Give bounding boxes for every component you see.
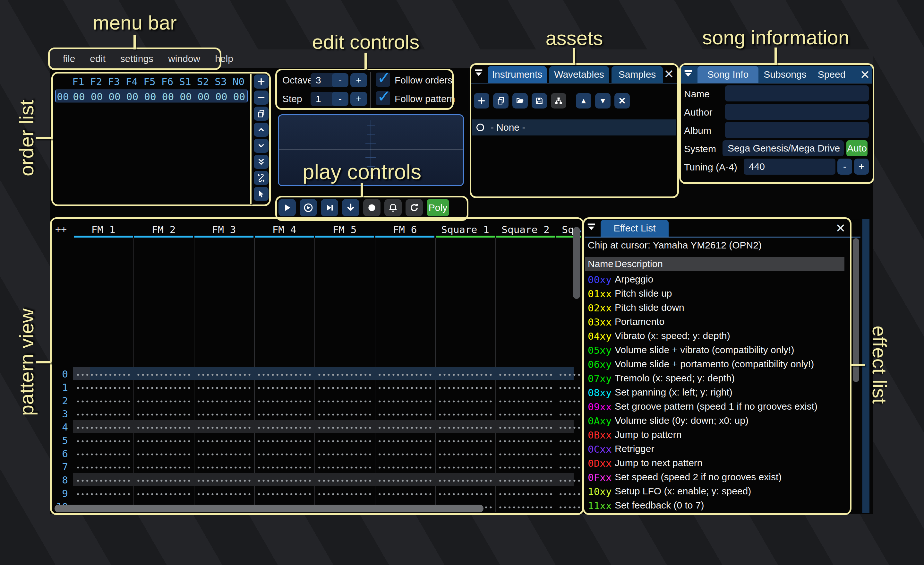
empty-pattern-cell[interactable] <box>498 440 553 442</box>
order-cell[interactable]: 00 <box>143 91 157 102</box>
empty-pattern-cell[interactable] <box>76 493 131 495</box>
channel-header-fm-5[interactable]: FM 5 <box>314 224 375 235</box>
empty-pattern-cell[interactable] <box>256 374 312 376</box>
empty-pattern-cell[interactable] <box>498 493 553 495</box>
effect-row[interactable]: 08xySet panning (x: left; y: right) <box>585 385 844 399</box>
asset-plus-button[interactable] <box>474 93 489 108</box>
empty-pattern-cell[interactable] <box>558 427 581 429</box>
empty-pattern-cell[interactable] <box>136 466 191 469</box>
menu-item-settings[interactable]: settings <box>120 53 153 64</box>
empty-pattern-cell[interactable] <box>196 453 252 455</box>
empty-pattern-cell[interactable] <box>438 453 493 455</box>
empty-pattern-cell[interactable] <box>438 479 493 482</box>
order-chevron-down-button[interactable] <box>254 139 268 153</box>
menu-item-help[interactable]: help <box>215 53 233 64</box>
effect-row[interactable]: 00xyArpeggio <box>585 272 844 286</box>
empty-pattern-cell[interactable] <box>256 493 312 495</box>
tab-subsongs[interactable]: Subsongs <box>761 66 809 83</box>
empty-pattern-cell[interactable] <box>438 387 493 389</box>
effect-row[interactable]: 0BxxJump to pattern <box>585 428 844 442</box>
empty-pattern-cell[interactable] <box>256 387 312 389</box>
empty-pattern-cell[interactable] <box>498 374 553 376</box>
expand-pattern-button[interactable]: ++ <box>55 224 67 235</box>
empty-pattern-cell[interactable] <box>558 453 581 455</box>
order-chevrons-down-button[interactable] <box>254 155 268 169</box>
empty-pattern-cell[interactable] <box>256 400 312 403</box>
empty-pattern-cell[interactable] <box>76 374 131 376</box>
empty-pattern-cell[interactable] <box>76 466 131 469</box>
author-field[interactable] <box>725 104 869 120</box>
empty-pattern-cell[interactable] <box>558 466 581 469</box>
empty-pattern-cell[interactable] <box>377 440 432 442</box>
order-duplicate-button[interactable] <box>254 107 268 121</box>
poly-toggle-button[interactable]: Poly <box>427 199 449 216</box>
empty-pattern-cell[interactable] <box>136 400 191 403</box>
effect-row[interactable]: 11xxSet feedback (0 to 7) <box>585 498 844 512</box>
auto-system-button[interactable]: Auto <box>846 140 867 156</box>
pattern-horizontal-scrollbar[interactable] <box>54 505 483 512</box>
empty-pattern-cell[interactable] <box>558 440 581 442</box>
effect-row[interactable]: 0FxxSet speed (speed 2 if no grooves exi… <box>585 470 844 484</box>
empty-pattern-cell[interactable] <box>377 479 432 482</box>
metronome-bell-button[interactable] <box>384 199 402 216</box>
name-field[interactable] <box>725 86 869 101</box>
empty-pattern-cell[interactable] <box>498 413 553 416</box>
channel-header-fm-3[interactable]: FM 3 <box>194 224 254 235</box>
follow-orders-checkbox[interactable]: ✓ <box>376 72 390 87</box>
record-button[interactable] <box>363 199 381 216</box>
empty-pattern-cell[interactable] <box>136 413 191 416</box>
empty-pattern-cell[interactable] <box>256 413 312 416</box>
tab-speed[interactable]: Speed <box>812 66 851 83</box>
channel-header-square-1[interactable]: Square 1 <box>435 224 495 235</box>
order-cell[interactable]: 00 <box>232 91 246 102</box>
order-cell[interactable]: 00 <box>179 91 193 102</box>
empty-pattern-cell[interactable] <box>196 466 252 469</box>
effect-row[interactable]: 0CxxRetrigger <box>585 442 844 456</box>
step-increment-button[interactable]: + <box>350 92 367 106</box>
order-pointer-button[interactable] <box>254 187 268 201</box>
empty-pattern-cell[interactable] <box>317 427 372 429</box>
tab-wavetables[interactable]: Wavetables <box>549 66 609 83</box>
menu-item-file[interactable]: file <box>63 53 75 64</box>
order-chevron-up-button[interactable] <box>254 123 268 137</box>
empty-pattern-cell[interactable] <box>438 413 493 416</box>
close-icon[interactable]: ✕ <box>664 68 674 80</box>
empty-pattern-cell[interactable] <box>76 453 131 455</box>
empty-pattern-cell[interactable] <box>498 387 553 389</box>
order-cell[interactable]: 00 <box>214 91 228 102</box>
album-field[interactable] <box>725 122 869 138</box>
empty-pattern-cell[interactable] <box>558 506 581 508</box>
empty-pattern-cell[interactable] <box>377 427 432 429</box>
empty-pattern-cell[interactable] <box>377 374 432 376</box>
order-plus-button[interactable] <box>254 75 268 89</box>
empty-pattern-cell[interactable] <box>317 440 372 442</box>
step-decrement-button[interactable]: - <box>332 92 348 106</box>
channel-header-square-2[interactable]: Square 2 <box>495 224 556 235</box>
empty-pattern-cell[interactable] <box>196 427 252 429</box>
empty-pattern-cell[interactable] <box>377 413 432 416</box>
empty-pattern-cell[interactable] <box>317 493 372 495</box>
empty-pattern-cell[interactable] <box>498 506 553 508</box>
empty-pattern-cell[interactable] <box>377 493 432 495</box>
effect-row[interactable]: 02xxPitch slide down <box>585 301 844 315</box>
tuning-increment-button[interactable]: + <box>854 159 869 174</box>
menu-item-window[interactable]: window <box>168 53 200 64</box>
collapse-panel-icon[interactable] <box>474 68 486 80</box>
empty-pattern-cell[interactable] <box>136 374 191 376</box>
octave-decrement-button[interactable]: - <box>332 73 348 87</box>
asset-save-button[interactable] <box>532 93 547 108</box>
empty-pattern-cell[interactable] <box>558 493 581 495</box>
empty-pattern-cell[interactable] <box>438 493 493 495</box>
tab-song-info[interactable]: Song Info <box>698 66 759 83</box>
effect-row[interactable]: 0DxxJump to next pattern <box>585 456 844 470</box>
empty-pattern-cell[interactable] <box>136 453 191 455</box>
instrument-list-item[interactable]: - None - <box>472 119 676 135</box>
empty-pattern-cell[interactable] <box>136 427 191 429</box>
empty-pattern-cell[interactable] <box>196 387 252 389</box>
empty-pattern-cell[interactable] <box>256 427 312 429</box>
empty-pattern-cell[interactable] <box>558 400 581 403</box>
system-select[interactable]: Sega Genesis/Mega Drive <box>723 140 844 156</box>
channel-header-fm-2[interactable]: FM 2 <box>134 224 194 235</box>
order-cell[interactable]: 00 <box>108 91 122 102</box>
asset-triangle-down-button[interactable]: ▼ <box>595 93 610 108</box>
